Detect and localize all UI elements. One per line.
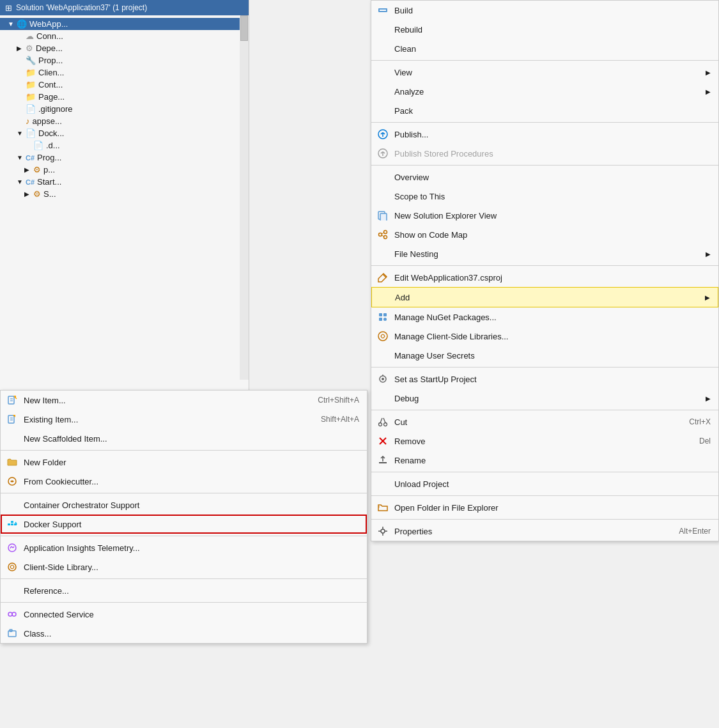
menu-item-docker-support[interactable]: Docker Support [1, 515, 367, 534]
menu-item-nuget[interactable]: Manage NuGet Packages... [371, 307, 718, 327]
menu-item-edit-csproj[interactable]: Edit WebApplication37.csproj [371, 268, 718, 287]
menu-item-open-folder[interactable]: Open Folder in File Explorer [371, 498, 718, 517]
scrollbar-thumb[interactable] [240, 15, 248, 41]
vertical-scrollbar[interactable] [240, 15, 249, 380]
tree-item-cont[interactable]: 📁 Cont... [0, 79, 249, 91]
file-nesting-icon [376, 247, 389, 260]
tree-item-label: Cont... [38, 80, 63, 89]
clean-icon [376, 42, 389, 55]
menu-item-client-side-lib[interactable]: Client-Side Library... [1, 557, 367, 577]
tree-item-label: appse... [33, 116, 62, 126]
menu-item-publish[interactable]: Publish... [371, 125, 718, 144]
menu-item-rebuild[interactable]: Rebuild [371, 20, 718, 39]
tree-item-docker-child[interactable]: 📄 .d... [0, 139, 249, 151]
menu-item-new-folder[interactable]: New Folder [1, 453, 367, 472]
menu-item-scope[interactable]: Scope to This [371, 187, 718, 206]
menu-item-code-map[interactable]: Show on Code Map [371, 225, 718, 244]
cs-icon: C# [26, 178, 35, 186]
class-icon [6, 627, 19, 640]
view-icon [376, 66, 389, 79]
tree-item-startup[interactable]: ▼ C# Start... [0, 176, 249, 188]
code-map-icon [376, 228, 389, 241]
menu-item-connected-service[interactable]: Connected Service [1, 605, 367, 624]
menu-item-remove[interactable]: Remove Del [371, 431, 718, 451]
tree-item-docker[interactable]: ▼ 📄 Dock... [0, 127, 249, 139]
menu-item-new-sol-explorer[interactable]: New Solution Explorer View [371, 206, 718, 225]
menu-item-cut[interactable]: Cut Ctrl+X [371, 412, 718, 431]
svg-rect-35 [8, 396, 14, 404]
svg-point-8 [379, 233, 382, 236]
menu-item-user-secrets[interactable]: Manage User Secrets [371, 346, 718, 365]
cut-shortcut: Ctrl+X [689, 417, 711, 426]
tree-item-pages[interactable]: 📁 Page... [0, 91, 249, 103]
separator [1, 578, 367, 579]
tree-item-deps[interactable]: ▶ ⚙ Depe... [0, 42, 249, 54]
music-icon: ♪ [26, 116, 30, 126]
globe-icon: 🌐 [17, 19, 27, 29]
menu-item-build[interactable]: Build [371, 1, 718, 20]
menu-item-existing-item[interactable]: Existing Item... Shift+Alt+A [1, 410, 367, 429]
client-side-lib-icon [6, 561, 19, 573]
wrench-icon: 🔧 [26, 56, 36, 65]
cut-icon [376, 415, 389, 428]
analyze-icon [376, 85, 389, 98]
folder-icon: 📁 [26, 80, 36, 89]
submenu-arrow-icon: ▶ [706, 88, 711, 95]
svg-line-39 [15, 397, 17, 399]
tree-item-prog-child[interactable]: ▶ ⚙ p... [0, 164, 249, 176]
menu-item-view[interactable]: View ▶ [371, 63, 718, 82]
tree-item-webapp[interactable]: ▼ 🌐 WebApp... [0, 18, 249, 30]
docker-support-icon [6, 518, 19, 531]
menu-item-cookiecutter[interactable]: From Cookiecutter... [1, 472, 367, 491]
svg-point-10 [384, 236, 387, 239]
menu-item-class[interactable]: Class... [1, 624, 367, 643]
menu-item-app-insights[interactable]: Application Insights Telemetry... [1, 538, 367, 557]
tree-item-label: Prop... [38, 56, 63, 65]
menu-item-add[interactable]: Add ▶ [371, 287, 718, 307]
tree-item-appset[interactable]: ♪ appse... [0, 115, 249, 127]
menu-item-startup-project[interactable]: Set as StartUp Project [371, 369, 718, 389]
tree-item-startup-child[interactable]: ▶ ⚙ S... [0, 188, 249, 200]
svg-rect-1 [380, 10, 386, 11]
tree-item-label: Depe... [36, 43, 63, 53]
menu-item-overview[interactable]: Overview [371, 167, 718, 187]
separator [371, 519, 718, 520]
tree-item-gitignore[interactable]: 📄 .gitignore [0, 103, 249, 115]
tree-item-prog[interactable]: ▼ C# Prog... [0, 151, 249, 164]
svg-point-53 [12, 612, 16, 616]
tree-item-prop[interactable]: 🔧 Prop... [0, 54, 249, 66]
tree-item-label: Prog... [37, 153, 61, 162]
menu-item-publish-stored[interactable]: Publish Stored Procedures [371, 144, 718, 163]
menu-item-rename[interactable]: Rename [371, 451, 718, 470]
menu-item-unload[interactable]: Unload Project [371, 474, 718, 493]
menu-item-new-scaffolded[interactable]: New Scaffolded Item... [1, 429, 367, 448]
svg-point-20 [382, 378, 384, 380]
cloud-icon: ☁ [26, 31, 34, 41]
file-nesting-label: File Nesting [394, 249, 700, 259]
remove-shortcut: Del [699, 437, 711, 445]
menu-item-clean[interactable]: Clean [371, 39, 718, 58]
menu-item-pack[interactable]: Pack [371, 101, 718, 120]
menu-item-analyze[interactable]: Analyze ▶ [371, 82, 718, 101]
debug-icon [376, 392, 389, 405]
menu-item-debug[interactable]: Debug ▶ [371, 389, 718, 408]
unload-icon [376, 477, 389, 490]
svg-point-23 [384, 423, 387, 426]
menu-item-new-item[interactable]: New Item... Ctrl+Shift+A [1, 391, 367, 410]
menu-item-container-orch[interactable]: Container Orchestrator Support [1, 495, 367, 515]
separator [1, 602, 367, 603]
rebuild-icon [376, 23, 389, 36]
view-label: View [394, 68, 700, 77]
menu-item-client-lib[interactable]: Manage Client-Side Libraries... [371, 327, 718, 346]
tree-item-conn[interactable]: ☁ Conn... [0, 30, 249, 42]
open-folder-label: Open Folder in File Explorer [394, 503, 711, 513]
menu-item-reference[interactable]: Reference... [1, 581, 367, 600]
tree-item-client[interactable]: 📁 Clien... [0, 66, 249, 79]
submenu-arrow-icon: ▶ [706, 395, 711, 402]
menu-item-file-nesting[interactable]: File Nesting ▶ [371, 244, 718, 263]
cut-label: Cut [394, 417, 665, 427]
menu-item-properties[interactable]: Properties Alt+Enter [371, 522, 718, 541]
analyze-label: Analyze [394, 87, 700, 97]
properties-shortcut: Alt+Enter [679, 527, 711, 536]
separator [371, 265, 718, 266]
